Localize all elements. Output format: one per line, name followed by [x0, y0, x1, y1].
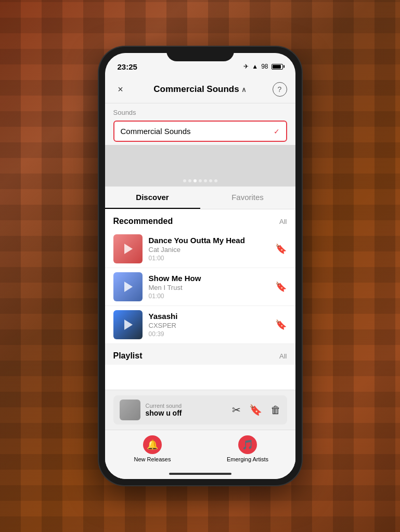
play-overlay-3 [113, 310, 143, 339]
nav-label-emerging-artists: Emerging Artists [227, 456, 268, 462]
sounds-section: Sounds Commercial Sounds ✓ [105, 103, 295, 145]
banner-dot-7 [214, 179, 217, 182]
sounds-dropdown[interactable]: Commercial Sounds ✓ [113, 121, 287, 142]
tabs-row: Discover Favorites [105, 187, 295, 209]
track-name-3: Yasashi [149, 312, 268, 321]
phone-device: 23:25 ✈ ▲ 98 × Commercial Sounds ∧ ? [99, 47, 302, 485]
track-thumbnail-1 [113, 234, 143, 263]
bookmark-icon[interactable]: 🔖 [249, 404, 262, 416]
status-icons: ✈ ▲ 98 [243, 63, 282, 70]
emerging-artists-icon: 🎵 [238, 435, 257, 454]
home-bar [105, 469, 295, 479]
scissors-icon[interactable]: ✂ [232, 404, 241, 416]
play-icon-3 [124, 320, 133, 330]
current-sound-info: Current sound show u off [146, 403, 227, 417]
track-thumbnail-2 [113, 272, 143, 301]
track-artist-1: Cat Janice [149, 246, 268, 254]
dropdown-chevron-icon: ✓ [274, 127, 280, 136]
play-overlay-2 [113, 272, 143, 301]
nav-item-new-releases[interactable]: 🔔 New Releases [105, 433, 200, 464]
modal-header: × Commercial Sounds ∧ ? [105, 76, 295, 103]
bookmark-button-3[interactable]: 🔖 [275, 318, 287, 331]
banner-dot-6 [209, 179, 212, 182]
track-thumbnail-3 [113, 310, 143, 339]
track-info-2: Show Me How Men I Trust 01:00 [149, 274, 268, 300]
airplane-icon: ✈ [243, 63, 249, 70]
banner-area [105, 145, 295, 187]
banner-dot-1 [183, 179, 186, 182]
wifi-icon: ▲ [252, 63, 258, 70]
track-item-3[interactable]: Yasashi CXSPER 00:39 🔖 [105, 306, 295, 344]
current-sound-row: Current sound show u off ✂ 🔖 🗑 [113, 395, 287, 424]
play-icon-1 [124, 244, 133, 254]
nav-label-new-releases: New Releases [134, 456, 171, 462]
playlist-section-header: Playlist All [105, 344, 295, 365]
bottom-nav: 🔔 New Releases 🎵 Emerging Artists [105, 430, 295, 469]
home-bar-line [169, 473, 231, 475]
track-artist-2: Men I Trust [149, 284, 268, 291]
track-duration-3: 00:39 [149, 330, 268, 338]
content-area: Recommended All Dance You Outta My Head … [105, 209, 295, 390]
phone-screen: 23:25 ✈ ▲ 98 × Commercial Sounds ∧ ? [105, 53, 295, 479]
track-artist-3: CXSPER [149, 322, 268, 329]
battery-icon [272, 64, 283, 70]
current-sound-actions: ✂ 🔖 🗑 [232, 404, 281, 416]
track-duration-1: 01:00 [149, 255, 268, 262]
chevron-up-icon: ∧ [241, 86, 247, 94]
banner-dots [183, 179, 217, 182]
banner-dot-5 [204, 179, 207, 182]
track-info-1: Dance You Outta My Head Cat Janice 01:00 [149, 236, 268, 262]
nav-item-emerging-artists[interactable]: 🎵 Emerging Artists [200, 433, 295, 464]
recommended-section-header: Recommended All [105, 209, 295, 230]
play-overlay-1 [113, 234, 143, 263]
battery-percentage: 98 [261, 63, 268, 70]
banner-dot-4 [199, 179, 202, 182]
status-time: 23:25 [118, 62, 137, 71]
sounds-label: Sounds [113, 109, 287, 116]
track-item-1[interactable]: Dance You Outta My Head Cat Janice 01:00… [105, 230, 295, 268]
track-duration-2: 01:00 [149, 292, 268, 300]
modal-title: Commercial Sounds ∧ [153, 84, 246, 95]
dropdown-selected-text: Commercial Sounds [121, 127, 191, 136]
track-info-3: Yasashi CXSPER 00:39 [149, 312, 268, 338]
track-name-2: Show Me How [149, 274, 268, 283]
playlist-all-link[interactable]: All [279, 352, 287, 360]
help-button[interactable]: ? [273, 82, 287, 97]
tab-discover[interactable]: Discover [105, 187, 200, 209]
bottom-bar: Current sound show u off ✂ 🔖 🗑 [105, 390, 295, 430]
current-sound-name: show u off [146, 409, 227, 417]
current-sound-label: Current sound [146, 403, 227, 409]
new-releases-icon: 🔔 [143, 435, 162, 454]
recommended-title: Recommended [113, 217, 173, 226]
banner-dot-3 [193, 179, 197, 182]
current-sound-thumbnail [120, 400, 140, 420]
playlist-title: Playlist [113, 351, 143, 361]
bookmark-button-2[interactable]: 🔖 [275, 281, 287, 293]
track-name-1: Dance You Outta My Head [149, 236, 268, 245]
phone-notch [166, 47, 234, 61]
tab-favorites[interactable]: Favorites [200, 187, 295, 209]
recommended-all-link[interactable]: All [279, 218, 287, 225]
close-button[interactable]: × [113, 82, 128, 97]
play-icon-2 [124, 282, 133, 292]
modal-container: × Commercial Sounds ∧ ? Sounds Commercia… [105, 76, 295, 479]
bookmark-button-1[interactable]: 🔖 [275, 243, 287, 255]
trash-icon[interactable]: 🗑 [270, 404, 281, 416]
banner-dot-2 [188, 179, 191, 182]
track-item-2[interactable]: Show Me How Men I Trust 01:00 🔖 [105, 268, 295, 306]
